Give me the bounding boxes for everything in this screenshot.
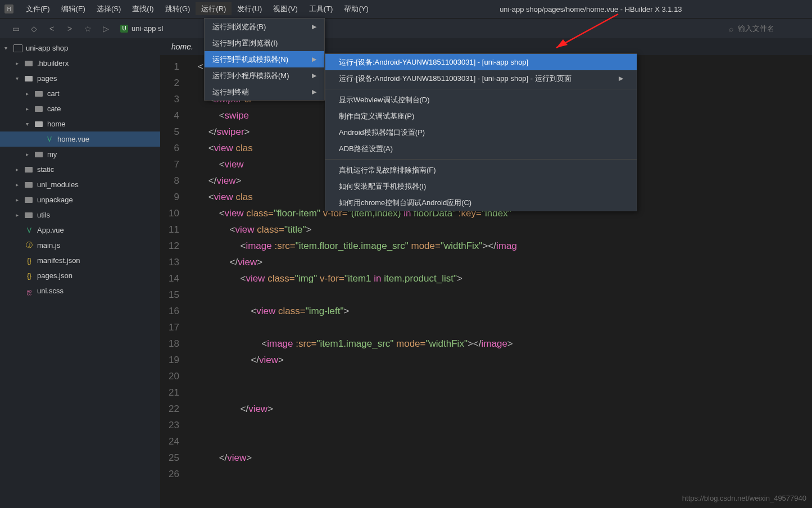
menu-item[interactable]: 运行到小程序模拟器(M)▶ xyxy=(205,67,324,84)
folder-icon xyxy=(25,166,34,174)
tree-label: uni.scss xyxy=(37,287,63,295)
chevron-right-icon: ▶ xyxy=(312,23,316,30)
menu-item[interactable]: 视图(V) xyxy=(267,2,303,15)
menu-item[interactable]: 编辑(E) xyxy=(56,2,91,15)
menu-item[interactable]: 跳转(G) xyxy=(160,2,196,15)
menu-item[interactable]: 选择(S) xyxy=(91,2,126,15)
submenu-item[interactable]: 真机运行常见故障排除指南(F) xyxy=(325,162,637,178)
submenu-item[interactable]: 运行-[设备:Android-YAUNW18511003031] - [uni-… xyxy=(325,70,637,87)
submenu-item[interactable]: 制作自定义调试基座(P) xyxy=(325,108,637,124)
tree-label: utils xyxy=(37,211,50,219)
menu-item[interactable]: 运行到终端▶ xyxy=(205,84,324,100)
folder-row[interactable]: ▾home xyxy=(0,116,160,131)
folder-icon xyxy=(25,196,34,204)
chevron-right-icon: ▸ xyxy=(26,106,33,112)
file-row[interactable]: {}pages.json xyxy=(0,268,160,283)
tree-label: App.vue xyxy=(37,226,64,234)
folder-icon xyxy=(35,120,44,128)
chevron-right-icon: ▸ xyxy=(16,212,22,218)
chevron-down-icon: ▾ xyxy=(4,45,11,51)
file-new-icon[interactable]: ▭ xyxy=(7,24,25,33)
menu-item[interactable]: 帮助(Y) xyxy=(338,2,374,15)
folder-row[interactable]: ▸uni_modules xyxy=(0,177,160,192)
tree-label: home.vue xyxy=(57,135,89,143)
menu-item[interactable]: 运行到浏览器(B)▶ xyxy=(205,19,324,35)
file-icon: Ⓙ xyxy=(25,241,34,250)
watermark-text: https://blog.csdn.net/weixin_49577940 xyxy=(682,494,806,502)
menu-item[interactable]: 运行(R) xyxy=(196,2,232,15)
menubar: H 文件(F)编辑(E)选择(S)查找(I)跳转(G)运行(R)发行(U)视图(… xyxy=(0,0,812,18)
folder-row[interactable]: ▾pages xyxy=(0,71,160,86)
submenu-item[interactable]: ADB路径设置(A) xyxy=(325,140,637,157)
menu-separator xyxy=(325,89,637,89)
tree-label: pages.json xyxy=(37,271,72,280)
star-icon[interactable]: ☆ xyxy=(79,24,97,33)
submenu-item[interactable]: 如何用chrome控制台调试Android应用(C) xyxy=(325,194,637,211)
file-row[interactable]: Ⓙmain.js xyxy=(0,238,160,253)
menu-item[interactable]: 发行(U) xyxy=(232,2,267,15)
file-row[interactable]: ஐuni.scss xyxy=(0,283,160,298)
file-row[interactable]: {}manifest.json xyxy=(0,253,160,268)
search-icon: ⌕ xyxy=(729,24,733,33)
tree-label: my xyxy=(47,150,57,158)
project-root[interactable]: ▾ uni-app shop xyxy=(0,40,160,56)
chevron-right-icon: ▸ xyxy=(26,151,33,157)
tree-label: home xyxy=(47,120,66,128)
editor-tab-filename[interactable]: home. xyxy=(171,42,193,51)
nav-forward-icon[interactable]: > xyxy=(61,24,79,33)
project-label: uni-app shop xyxy=(26,44,68,52)
file-row[interactable]: VApp.vue xyxy=(0,223,160,238)
folder-row[interactable]: ▸my xyxy=(0,147,160,162)
run-menu-dropdown[interactable]: 运行到浏览器(B)▶运行到内置浏览器(I)运行到手机或模拟器(N)▶运行到小程序… xyxy=(204,18,325,101)
search-input[interactable] xyxy=(738,24,805,33)
folder-row[interactable]: ▸static xyxy=(0,162,160,177)
tree-label: main.js xyxy=(37,241,60,250)
folder-row[interactable]: ▸cart xyxy=(0,86,160,101)
menu-item[interactable]: 运行到手机或模拟器(N)▶ xyxy=(205,51,324,67)
file-icon: V xyxy=(25,226,34,234)
project-icon xyxy=(13,44,22,52)
file-row[interactable]: Vhome.vue xyxy=(0,131,160,147)
nav-back-icon[interactable]: < xyxy=(43,24,61,33)
menu-item[interactable]: 运行到内置浏览器(I) xyxy=(205,35,324,51)
vue-file-icon: U xyxy=(120,25,128,33)
folder-row[interactable]: ▸unpackage xyxy=(0,192,160,207)
tree-label: unpackage xyxy=(37,196,73,204)
file-icon: V xyxy=(45,135,54,143)
toolbar: ▭ ◇ < > ☆ ▷ U uni-app sl ue ⌕ xyxy=(0,18,812,38)
folder-row[interactable]: ▸.hbuilderx xyxy=(0,56,160,71)
app-logo-icon: H xyxy=(4,4,13,13)
submenu-item[interactable]: Android模拟器端口设置(P) xyxy=(325,124,637,140)
chevron-right-icon: ▶ xyxy=(312,88,316,96)
file-search[interactable]: ⌕ xyxy=(729,24,805,33)
chevron-right-icon: ▶ xyxy=(619,75,623,82)
submenu-item[interactable]: 显示Webview调试控制台(D) xyxy=(325,92,637,108)
folder-icon xyxy=(25,211,34,219)
menu-item[interactable]: 工具(T) xyxy=(303,2,339,15)
submenu-item[interactable]: 运行-[设备:Android-YAUNW18511003031] - [uni-… xyxy=(325,54,637,70)
chevron-right-icon: ▸ xyxy=(26,90,33,97)
menu-item[interactable]: 文件(F) xyxy=(20,2,56,15)
tab-label: uni-app sl xyxy=(131,24,163,33)
chevron-right-icon: ▸ xyxy=(16,182,22,188)
tree-label: .hbuilderx xyxy=(37,59,69,67)
window-title: uni-app shop/pages/home/home.vue - HBuil… xyxy=(500,5,682,13)
menu-item[interactable]: 查找(I) xyxy=(126,2,159,15)
file-icon: ஐ xyxy=(25,287,34,295)
save-icon[interactable]: ◇ xyxy=(25,24,43,33)
chevron-down-icon: ▾ xyxy=(26,121,33,127)
folder-row[interactable]: ▸cate xyxy=(0,101,160,116)
file-icon: {} xyxy=(25,257,34,265)
file-explorer[interactable]: ▾ uni-app shop ▸.hbuilderx▾pages▸cart▸ca… xyxy=(0,38,160,508)
run-icon[interactable]: ▷ xyxy=(97,24,115,33)
tree-label: pages xyxy=(37,74,57,83)
chevron-right-icon: ▸ xyxy=(16,60,22,66)
tree-label: manifest.json xyxy=(37,256,80,265)
run-device-submenu[interactable]: 运行-[设备:Android-YAUNW18511003031] - [uni-… xyxy=(325,53,637,211)
folder-row[interactable]: ▸utils xyxy=(0,207,160,223)
folder-icon xyxy=(25,75,34,83)
folder-icon xyxy=(35,90,44,98)
chevron-right-icon: ▸ xyxy=(16,197,22,203)
submenu-item[interactable]: 如何安装配置手机模拟器(I) xyxy=(325,178,637,194)
folder-icon xyxy=(25,181,34,189)
